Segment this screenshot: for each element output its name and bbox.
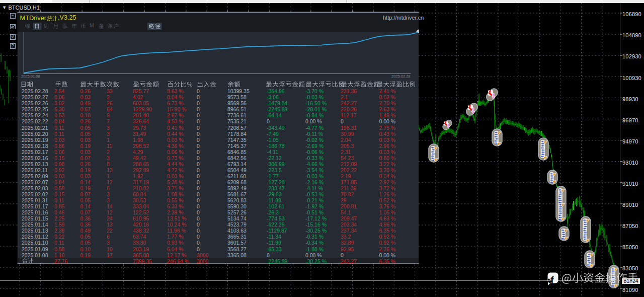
- svg-text:f: f: [550, 275, 554, 286]
